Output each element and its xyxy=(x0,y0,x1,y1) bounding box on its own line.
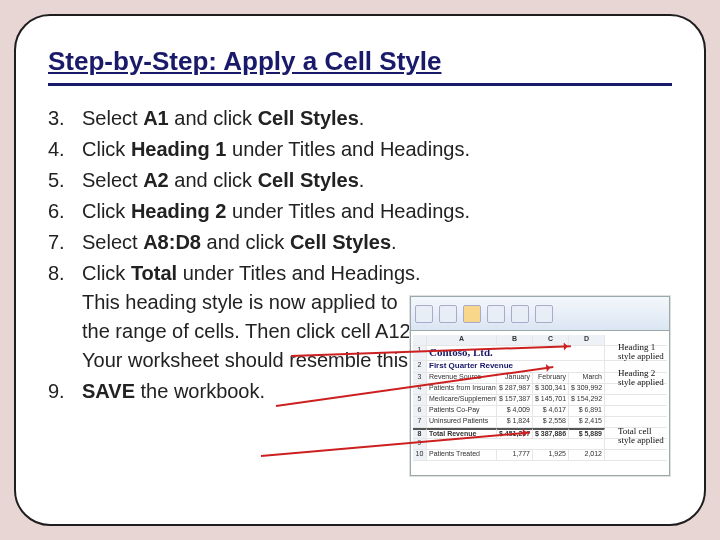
step-number: 9. xyxy=(48,377,82,406)
row-footer: 10 Patients Treated 1,777 1,925 2,012 xyxy=(413,450,667,461)
ribbon-button xyxy=(487,305,505,323)
step-number: 3. xyxy=(48,104,82,133)
data-row: 6Patients Co-Pay$ 4,009$ 4,617$ 6,891 xyxy=(413,406,667,417)
annot-total: Total cell style applied xyxy=(618,427,670,446)
step-text: Click Total under Titles and Headings. T… xyxy=(82,259,422,375)
step-item: 5.Select A2 and click Cell Styles. xyxy=(48,166,672,195)
slide-frame: Step-by-Step: Apply a Cell Style 3.Selec… xyxy=(14,14,706,526)
step-number: 6. xyxy=(48,197,82,226)
ribbon-button xyxy=(511,305,529,323)
step-text: Click Heading 2 under Titles and Heading… xyxy=(82,197,672,226)
step-text: Select A1 and click Cell Styles. xyxy=(82,104,672,133)
data-row: 5Medicare/Supplement$ 157,387$ 145,701$ … xyxy=(413,395,667,406)
ribbon xyxy=(411,297,669,331)
step-number: 8. xyxy=(48,259,82,375)
step-number: 4. xyxy=(48,135,82,164)
step-number: 7. xyxy=(48,228,82,257)
step-item: 3.Select A1 and click Cell Styles. xyxy=(48,104,672,133)
step-number: 5. xyxy=(48,166,82,195)
slide-title: Step-by-Step: Apply a Cell Style xyxy=(48,46,672,86)
step-item: 4.Click Heading 1 under Titles and Headi… xyxy=(48,135,672,164)
step-text: Click Heading 1 under Titles and Heading… xyxy=(82,135,672,164)
step-item: 7.Select A8:D8 and click Cell Styles. xyxy=(48,228,672,257)
step-item: 6.Click Heading 2 under Titles and Headi… xyxy=(48,197,672,226)
ribbon-button xyxy=(535,305,553,323)
cell-styles-button xyxy=(463,305,481,323)
step-text: Select A8:D8 and click Cell Styles. xyxy=(82,228,672,257)
step-text: Select A2 and click Cell Styles. xyxy=(82,166,672,195)
ribbon-button xyxy=(439,305,457,323)
ribbon-button xyxy=(415,305,433,323)
excel-screenshot: A B C D 1 Contoso, Ltd. 2 First Quarter … xyxy=(410,296,670,476)
annot-heading2: Heading 2 style applied xyxy=(618,369,670,388)
worksheet: A B C D 1 Contoso, Ltd. 2 First Quarter … xyxy=(411,331,669,475)
annot-heading1: Heading 1 style applied xyxy=(618,343,670,362)
